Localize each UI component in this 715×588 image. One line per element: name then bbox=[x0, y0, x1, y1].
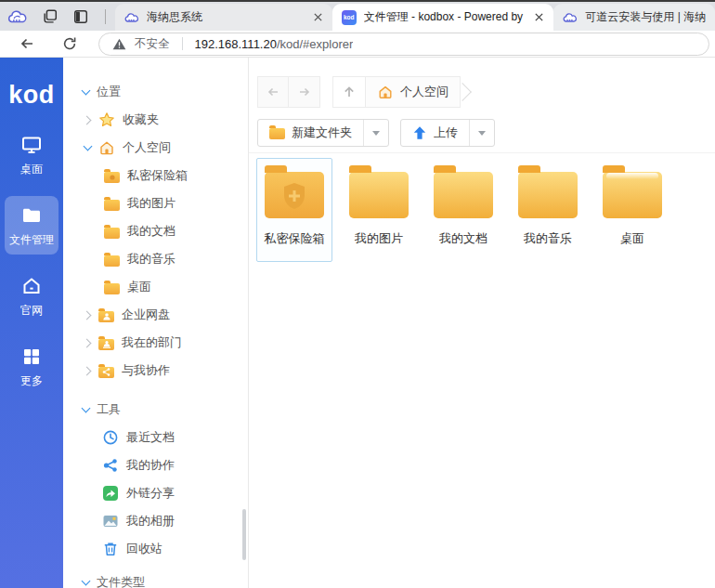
tree-item-label: 我的协作 bbox=[126, 457, 175, 474]
grid-item-my-pictures[interactable]: 我的图片 bbox=[341, 158, 417, 262]
tree-item-label: 我的图片 bbox=[127, 195, 176, 212]
tree-item-label: 我的相册 bbox=[126, 513, 175, 529]
browser-tab-hinas[interactable]: 海纳思系统 bbox=[115, 4, 332, 31]
shield-plus-icon bbox=[281, 181, 307, 211]
cloud-favicon-icon bbox=[124, 12, 139, 23]
sidebar-item-website[interactable]: 官网 bbox=[5, 267, 58, 325]
tree-item-safe-box[interactable]: 私密保险箱 bbox=[63, 162, 248, 189]
tree-item-my-pictures[interactable]: 我的图片 bbox=[63, 189, 248, 217]
url-path: /kod/#explorer bbox=[277, 37, 353, 51]
star-icon bbox=[98, 111, 115, 128]
tree-item-external-share[interactable]: 外链分享 bbox=[63, 479, 248, 507]
grid-item-desktop[interactable]: 桌面 bbox=[594, 158, 670, 262]
sidebar-item-more[interactable]: 更多 bbox=[5, 337, 58, 396]
breadcrumb-bar: 个人空间 bbox=[249, 58, 715, 108]
grid-item-my-documents[interactable]: 我的文档 bbox=[425, 158, 501, 262]
close-icon[interactable] bbox=[534, 12, 544, 22]
tab-strip-divider bbox=[105, 9, 106, 24]
tree-section-tools[interactable]: 工具 bbox=[63, 396, 248, 424]
tree-item-enterprise-drive[interactable]: 企业网盘 bbox=[63, 301, 248, 329]
upload-button[interactable]: 上传 bbox=[400, 119, 495, 147]
security-label[interactable]: 不安全 bbox=[135, 36, 170, 52]
sidebar-item-desktop[interactable]: 桌面 bbox=[5, 125, 58, 184]
vertical-tabs-icon[interactable] bbox=[72, 8, 89, 25]
upload-main[interactable]: 上传 bbox=[401, 120, 469, 146]
tree-item-recent-documents[interactable]: 最近文档 bbox=[63, 424, 248, 451]
folder-icon bbox=[434, 172, 493, 218]
folder-grid: 私密保险箱 我的图片 我的文档 我的音乐 桌面 bbox=[249, 153, 715, 262]
tree-item-my-music[interactable]: 我的音乐 bbox=[63, 245, 248, 273]
tree-item-shared-with-me[interactable]: 与我协作 bbox=[63, 357, 248, 385]
share-nodes-icon bbox=[102, 457, 119, 474]
workspaces-icon[interactable] bbox=[42, 8, 58, 25]
browser-tab-kodcloud-docs[interactable]: 可道云安装与使用 | 海纳思 bbox=[553, 4, 715, 31]
tree-item-label: 我的音乐 bbox=[127, 251, 176, 268]
tree-section-location[interactable]: 位置 bbox=[63, 78, 248, 106]
tree-item-my-collaboration[interactable]: 我的协作 bbox=[63, 451, 248, 479]
tree-item-label: 桌面 bbox=[127, 279, 151, 295]
tree-item-label: 个人空间 bbox=[123, 139, 171, 156]
tab-title: 文件管理 - kodbox - Powered by bbox=[364, 9, 527, 25]
new-folder-dropdown[interactable] bbox=[363, 120, 388, 146]
new-folder-button[interactable]: 新建文件夹 bbox=[257, 119, 389, 147]
close-icon[interactable] bbox=[313, 12, 323, 22]
kod-logo: kod bbox=[8, 76, 55, 113]
grid-item-safe-box[interactable]: 私密保险箱 bbox=[256, 158, 332, 262]
back-button[interactable] bbox=[15, 33, 39, 55]
tree-item-personal-space[interactable]: 个人空间 bbox=[63, 134, 248, 162]
sidebar-item-label: 桌面 bbox=[20, 162, 43, 177]
breadcrumb-current[interactable]: 个人空间 bbox=[366, 76, 461, 108]
hinas-cloud-logo-icon[interactable] bbox=[7, 9, 28, 24]
grid-item-my-music[interactable]: 我的音乐 bbox=[510, 158, 586, 262]
upload-label: 上传 bbox=[434, 124, 458, 141]
address-input[interactable]: 不安全 192.168.111.20/kod/#explorer bbox=[98, 33, 709, 56]
tree-item-label: 与我协作 bbox=[122, 362, 170, 379]
tree-item-label: 收藏夹 bbox=[123, 111, 159, 128]
sidebar-item-file-manager[interactable]: 文件管理 bbox=[5, 196, 58, 255]
chevron-down-icon bbox=[478, 131, 486, 136]
tree-item-recycle-bin[interactable]: 回收站 bbox=[63, 535, 248, 563]
new-folder-main[interactable]: 新建文件夹 bbox=[258, 120, 363, 146]
folder-name: 我的音乐 bbox=[524, 230, 572, 247]
trash-icon bbox=[102, 541, 119, 557]
tree-item-desktop-folder[interactable]: 桌面 bbox=[63, 273, 248, 301]
tree-item-favorites[interactable]: 收藏夹 bbox=[63, 106, 248, 134]
tree-item-my-documents[interactable]: 我的文档 bbox=[63, 217, 248, 245]
sidebar-item-label: 更多 bbox=[20, 373, 43, 389]
tree-item-my-albums[interactable]: 我的相册 bbox=[63, 507, 248, 535]
chevron-right-icon bbox=[84, 311, 91, 319]
not-secure-warning-icon bbox=[112, 38, 126, 50]
home-icon bbox=[98, 139, 115, 156]
up-directory-button[interactable] bbox=[332, 76, 366, 108]
tree-item-label: 我的文档 bbox=[127, 223, 176, 240]
tree-item-label: 外链分享 bbox=[126, 485, 175, 502]
refresh-button[interactable] bbox=[58, 33, 82, 55]
folder-user-icon bbox=[98, 311, 114, 322]
folder-name: 私密保险箱 bbox=[265, 230, 325, 247]
history-back-button[interactable] bbox=[257, 76, 289, 108]
folder-name: 我的文档 bbox=[439, 230, 488, 247]
desktop-icon bbox=[20, 134, 43, 156]
chevron-down-icon bbox=[84, 144, 91, 151]
browser-tab-kodbox[interactable]: kod 文件管理 - kodbox - Powered by bbox=[332, 4, 554, 31]
folder-icon bbox=[269, 128, 285, 139]
upload-dropdown[interactable] bbox=[469, 120, 494, 146]
folder-tree-panel: 位置 收藏夹 个人空间 私密保险箱 我的图片 bbox=[63, 58, 249, 588]
folder-icon bbox=[104, 255, 120, 267]
photo-album-icon bbox=[102, 513, 119, 529]
folder-icon bbox=[104, 228, 120, 239]
new-folder-label: 新建文件夹 bbox=[292, 124, 352, 141]
chevron-down-icon bbox=[82, 579, 89, 586]
tree-item-my-department[interactable]: 我在的部门 bbox=[63, 329, 248, 357]
folder-share-icon bbox=[98, 367, 114, 378]
browser-address-bar: 不安全 192.168.111.20/kod/#explorer bbox=[0, 31, 715, 58]
folder-name: 我的图片 bbox=[355, 230, 403, 247]
chevron-right-icon bbox=[84, 367, 91, 374]
tab-title: 海纳思系统 bbox=[147, 9, 306, 25]
tree-section-label: 位置 bbox=[97, 84, 121, 100]
folder-icon bbox=[104, 200, 120, 211]
tree-scrollbar[interactable] bbox=[242, 509, 246, 560]
tab-title: 可道云安装与使用 | 海纳思 bbox=[585, 9, 706, 25]
history-forward-button[interactable] bbox=[289, 76, 320, 108]
tree-section-file-types[interactable]: 文件类型 bbox=[63, 568, 248, 588]
